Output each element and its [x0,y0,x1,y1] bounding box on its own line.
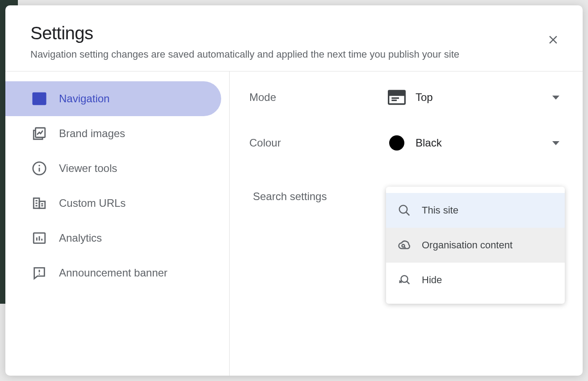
settings-main-panel: Mode Top Colour Black [230,71,583,376]
sidebar-item-label: Brand images [59,127,125,140]
swatch-black [389,135,404,151]
svg-rect-20 [389,91,405,96]
search-icon [397,203,412,218]
sidebar-item-label: Viewer tools [59,162,117,175]
navigation-icon [31,91,47,107]
chevron-down-icon [552,141,559,145]
mode-top-icon [386,88,407,106]
brand-images-icon [31,126,47,142]
svg-point-18 [39,273,40,275]
menu-item-label: Hide [422,274,442,286]
setting-label: Search settings [248,180,386,203]
search-option-org-content[interactable]: Organisation content [386,228,565,263]
sidebar-item-navigation[interactable]: Navigation [5,81,221,116]
mode-value: Top [416,91,433,104]
dialog-title: Settings [30,23,558,43]
svg-line-26 [404,247,406,248]
analytics-icon [31,230,47,246]
settings-dialog: Settings Navigation setting changes are … [5,5,583,376]
settings-sidebar: Navigation Brand images Viewer tools Cus… [5,71,230,376]
sidebar-item-analytics[interactable]: Analytics [5,221,221,255]
colour-value: Black [416,137,442,149]
cloud-search-icon [397,238,412,253]
setting-label: Colour [248,137,386,149]
sidebar-item-label: Navigation [59,92,109,105]
svg-point-5 [38,165,40,166]
menu-item-label: Organisation content [422,239,512,251]
announcement-icon [31,265,47,281]
sidebar-item-brand-images[interactable]: Brand images [5,116,221,151]
search-off-icon [397,272,412,288]
sidebar-item-announcement-banner[interactable]: Announcement banner [5,255,221,290]
sidebar-item-label: Announcement banner [59,267,168,279]
svg-rect-7 [39,201,45,209]
colour-swatch-icon [386,134,407,152]
menu-item-label: This site [422,205,458,216]
setting-row-colour: Colour Black [248,134,565,152]
sidebar-item-label: Analytics [59,232,102,244]
dialog-subtitle: Navigation setting changes are saved aut… [30,49,558,60]
mode-dropdown[interactable]: Top [386,88,565,106]
sidebar-item-custom-urls[interactable]: Custom URLs [5,186,221,221]
dialog-body: Navigation Brand images Viewer tools Cus… [5,71,583,376]
setting-row-mode: Mode Top [248,88,565,106]
close-button[interactable] [542,29,564,51]
dialog-header: Settings Navigation setting changes are … [5,5,583,71]
svg-line-28 [407,281,409,284]
setting-label: Mode [248,91,386,104]
search-option-this-site[interactable]: This site [386,193,565,228]
domain-icon [31,195,47,211]
sidebar-item-viewer-tools[interactable]: Viewer tools [5,151,221,186]
chevron-down-icon [552,96,559,100]
close-icon [546,33,560,48]
svg-line-24 [406,212,410,216]
sidebar-item-label: Custom URLs [59,197,126,209]
svg-point-23 [399,205,407,214]
info-icon [31,160,47,176]
search-settings-menu: This site Organisation content Hide [386,187,565,304]
colour-dropdown[interactable]: Black [386,134,565,152]
svg-point-25 [402,244,405,247]
svg-rect-1 [34,94,39,103]
search-option-hide[interactable]: Hide [386,263,565,297]
